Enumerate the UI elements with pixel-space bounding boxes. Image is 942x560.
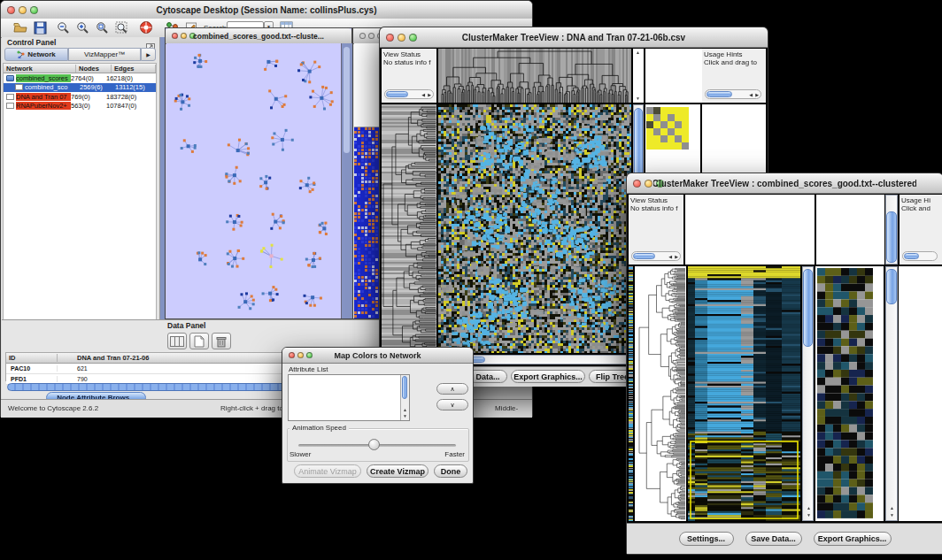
matrix-cell[interactable] <box>682 135 689 142</box>
matrix-cell[interactable] <box>660 128 668 135</box>
treeview1-titlebar[interactable]: ClusterMaker TreeView : DNA and Tran 07-… <box>380 27 768 48</box>
scroll-up-icon[interactable]: ▲ <box>890 506 894 510</box>
col-network[interactable]: Network <box>4 65 76 73</box>
network-list-row[interactable]: combined_scores 2764(0) 16218(0) <box>4 73 156 83</box>
scroll-down-icon[interactable]: ▼ <box>807 513 811 518</box>
tv1-status-scroll-thumb[interactable] <box>386 91 408 97</box>
scroll-down-icon[interactable]: ▼ <box>636 96 640 101</box>
matrix-cell[interactable] <box>668 107 675 114</box>
tv2-vscrollbar[interactable]: ▲ ▼ <box>802 266 814 521</box>
network-list-row[interactable]: DNA and Tran 07 769(0) 183728(0) <box>4 92 156 102</box>
matrix-cell[interactable] <box>682 128 689 135</box>
minimize-button[interactable] <box>181 33 187 39</box>
matrix-cell[interactable] <box>668 128 675 135</box>
matrix-cell[interactable] <box>653 135 660 142</box>
done-button[interactable]: Done <box>434 464 467 478</box>
close-button[interactable] <box>633 180 641 188</box>
tv2-vscroll-thumb[interactable] <box>803 269 813 347</box>
zoom-fit-icon[interactable] <box>96 21 109 38</box>
close-button[interactable] <box>172 33 178 39</box>
tv1-usage-scrollbar[interactable]: ◀ ▶ <box>705 89 761 99</box>
scroll-up-icon[interactable]: ▲ <box>636 50 640 55</box>
help-lifebuoy-icon[interactable] <box>139 20 153 38</box>
animate-vizmap-button[interactable]: Animate Vizmap <box>294 464 361 478</box>
main-titlebar[interactable]: Cytoscape Desktop (Session Name: collins… <box>1 1 532 19</box>
tv2-row-dendrogram-canvas[interactable] <box>635 266 686 521</box>
matrix-cell[interactable] <box>653 142 660 150</box>
new-document-icon[interactable] <box>189 333 209 349</box>
minimize-button[interactable] <box>19 6 27 14</box>
tv2-zoom-heatmap-canvas[interactable] <box>817 268 873 518</box>
matrix-cell[interactable] <box>653 128 660 135</box>
listbox-scroll-thumb[interactable] <box>402 376 407 399</box>
scroll-left-icon[interactable]: ◀ <box>668 252 672 260</box>
matrix-cell[interactable] <box>668 135 675 142</box>
matrix-cell[interactable] <box>668 142 675 150</box>
scroll-right-icon[interactable]: ▶ <box>755 90 759 98</box>
matrix-cell[interactable] <box>660 135 668 142</box>
network-view-titlebar[interactable]: combined_scores_good.txt--cluste... <box>166 28 351 44</box>
minimize-button[interactable] <box>368 33 374 39</box>
tab-network[interactable]: Network <box>4 48 68 61</box>
matrix-cell[interactable] <box>660 107 668 114</box>
zoom-out-icon[interactable] <box>57 21 70 38</box>
matrix-cell[interactable] <box>646 128 653 135</box>
matrix-cell[interactable] <box>682 107 689 114</box>
matrix-cell[interactable] <box>675 142 682 150</box>
tv2-usage-scrollbar[interactable] <box>902 251 938 261</box>
matrix-cell[interactable] <box>668 114 675 121</box>
save-icon[interactable] <box>34 21 47 38</box>
minimize-button[interactable] <box>645 180 652 188</box>
tv1-heatmap-canvas[interactable] <box>438 104 631 353</box>
close-button[interactable] <box>289 352 295 358</box>
network-view-scroll-thumb[interactable] <box>344 47 350 153</box>
tab-overflow-button[interactable]: ▶ <box>141 48 156 61</box>
close-button[interactable] <box>386 34 394 42</box>
tv1-row-dendrogram-canvas[interactable] <box>382 104 436 353</box>
tv2-zoom-vscrollbar[interactable]: ▲ ▼ <box>885 266 898 521</box>
matrix-cell[interactable] <box>660 114 668 121</box>
col-id[interactable]: ID <box>6 354 58 362</box>
matrix-cell[interactable] <box>646 114 653 121</box>
matrix-cell[interactable] <box>646 135 653 142</box>
tv1-usage-scroll-thumb[interactable] <box>706 91 732 97</box>
dialog-titlebar[interactable]: Map Colors to Network <box>282 348 473 364</box>
matrix-cell[interactable] <box>675 128 682 135</box>
tv1-col-dendrogram-canvas[interactable] <box>438 49 631 103</box>
scroll-right-icon[interactable]: ▶ <box>428 90 431 98</box>
matrix-cell[interactable] <box>646 142 653 150</box>
matrix-cell[interactable] <box>675 135 682 142</box>
matrix-cell[interactable] <box>675 114 682 121</box>
move-up-button[interactable]: ∧ <box>436 383 468 395</box>
matrix-cell[interactable] <box>682 114 689 121</box>
save-data-button[interactable]: Save Data... <box>745 532 802 546</box>
create-vizmap-button[interactable]: Create Vizmap <box>367 464 429 478</box>
scroll-left-icon[interactable]: ◀ <box>421 90 425 98</box>
zoom-in-icon[interactable] <box>76 21 89 38</box>
close-button[interactable] <box>7 6 15 14</box>
scroll-up-icon[interactable]: ▲ <box>807 506 811 510</box>
zoom-selected-icon[interactable] <box>115 21 128 38</box>
scroll-down-icon[interactable]: ▼ <box>890 513 894 518</box>
listbox-scrollbar[interactable]: ▲ ▼ <box>400 375 409 420</box>
minimize-button[interactable] <box>398 34 405 42</box>
scroll-left-icon[interactable]: ◀ <box>749 90 753 98</box>
tv1-status-scrollbar[interactable]: ◀ ▶ <box>384 89 434 99</box>
matrix-cell[interactable] <box>682 142 689 150</box>
scroll-right-icon[interactable]: ▶ <box>675 252 678 260</box>
data-panel-hscrollbar[interactable] <box>7 383 292 391</box>
matrix-cell[interactable] <box>660 142 668 150</box>
matrix-cell[interactable] <box>668 121 675 128</box>
matrix-cell[interactable] <box>660 121 668 128</box>
matrix-cell[interactable] <box>646 121 653 128</box>
treeview2-titlebar[interactable]: ClusterMaker TreeView : combined_scores_… <box>627 173 942 194</box>
tv2-status-scrollbar[interactable]: ◀ ▶ <box>631 251 681 261</box>
close-button[interactable] <box>359 33 366 39</box>
matrix-cell[interactable] <box>653 107 660 114</box>
matrix-cell[interactable] <box>653 114 660 121</box>
minimize-button[interactable] <box>297 352 304 358</box>
col-nodes[interactable]: Nodes <box>76 65 112 73</box>
matrix-cell[interactable] <box>682 121 689 128</box>
move-down-button[interactable]: ∨ <box>436 399 468 410</box>
tv2-heatmap-canvas[interactable] <box>688 266 800 521</box>
